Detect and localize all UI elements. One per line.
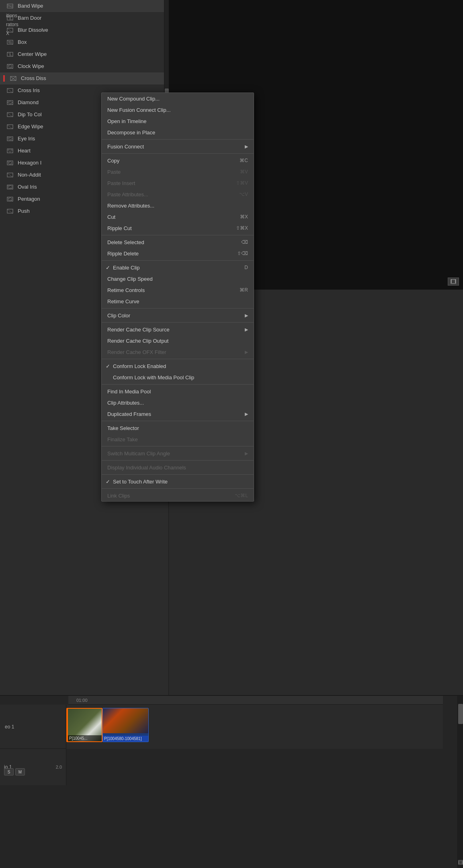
transition-icon xyxy=(6,184,14,190)
list-item[interactable]: Center Wipe xyxy=(0,48,168,60)
list-item[interactable]: Band Wipe xyxy=(0,0,168,12)
menu-item-clip-color[interactable]: Clip Color ▶ xyxy=(102,310,254,321)
menu-item-duplicated-frames[interactable]: Duplicated Frames ▶ xyxy=(102,408,254,420)
menu-item-switch-multicam[interactable]: Switch Multicam Clip Angle ▶ xyxy=(102,448,254,459)
list-item[interactable]: Box xyxy=(0,36,168,48)
menu-item-label: Delete Selected xyxy=(107,239,144,245)
menu-item-delete-selected[interactable]: Delete Selected ⌫ xyxy=(102,237,254,248)
menu-item-render-cache-output[interactable]: Render Cache Clip Output xyxy=(102,335,254,346)
transition-icon xyxy=(6,51,14,57)
submenu-arrow-icon: ▶ xyxy=(245,313,248,318)
transition-name: Cross Diss xyxy=(21,75,46,81)
transition-name: Cross Iris xyxy=(18,87,40,93)
menu-shortcut: ⌘V xyxy=(240,169,248,175)
svg-rect-32 xyxy=(7,149,13,153)
menu-item-remove-attributes[interactable]: Remove Attributes... xyxy=(102,200,254,211)
transition-icon xyxy=(10,76,17,81)
svg-line-37 xyxy=(7,173,13,177)
transition-icon xyxy=(6,148,14,154)
menu-item-label: Cut xyxy=(107,214,115,220)
vertical-scrollbar[interactable] xyxy=(457,696,463,868)
menu-item-label: Remove Attributes... xyxy=(107,203,154,209)
menu-item-finalize-take[interactable]: Finalize Take xyxy=(102,434,254,445)
menu-item-label: Decompose in Place xyxy=(107,130,155,136)
menu-shortcut: ⌫ xyxy=(241,239,248,245)
right-controls xyxy=(448,278,459,286)
menu-item-display-audio-channels[interactable]: Display Individual Audio Channels xyxy=(102,462,254,473)
menu-item-enable-clip[interactable]: Enable Clip D xyxy=(102,262,254,273)
menu-item-retime-curve[interactable]: Retime Curve xyxy=(102,296,254,307)
video-track-content: P[10045... P[1004580-1004581] xyxy=(66,705,443,749)
list-item[interactable]: Clock Wipe xyxy=(0,60,168,72)
menu-item-ripple-cut[interactable]: Ripple Cut ⇧⌘X xyxy=(102,222,254,234)
menu-separator xyxy=(102,235,254,235)
menu-item-ripple-delete[interactable]: Ripple Delete ⇧⌫ xyxy=(102,248,254,259)
svg-rect-50 xyxy=(455,280,456,280)
transition-name: Pentagon xyxy=(18,196,40,202)
clip1[interactable]: P[10045... xyxy=(66,708,102,742)
menu-item-cut[interactable]: Cut ⌘X xyxy=(102,211,254,222)
menu-item-label: Enable Clip xyxy=(113,265,140,271)
svg-rect-57 xyxy=(462,861,463,862)
menu-item-copy[interactable]: Copy ⌘C xyxy=(102,155,254,166)
menu-shortcut: ⌘C xyxy=(240,158,248,163)
menu-item-label: Render Cache Clip Source xyxy=(107,327,170,333)
list-item[interactable]: Cross Diss xyxy=(0,72,168,84)
menu-item-fusion-connect[interactable]: Fusion Connect ▶ xyxy=(102,141,254,152)
mute-button[interactable]: M xyxy=(15,768,25,775)
scrollbar-thumb-v[interactable] xyxy=(458,704,463,724)
menu-item-decompose[interactable]: Decompose in Place xyxy=(102,127,254,138)
menu-shortcut: ⌥⌘L xyxy=(235,493,248,498)
menu-item-new-compound-clip[interactable]: New Compound Clip... xyxy=(102,93,254,104)
svg-rect-58 xyxy=(462,862,463,863)
menu-item-label: Change Clip Speed xyxy=(107,276,153,282)
transition-name: Clock Wipe xyxy=(18,63,44,69)
menu-item-take-selector[interactable]: Take Selector xyxy=(102,422,254,434)
menu-item-render-cache-source[interactable]: Render Cache Clip Source ▶ xyxy=(102,324,254,335)
menu-item-conform-lock-enabled[interactable]: Conform Lock Enabled xyxy=(102,360,254,372)
menu-shortcut: ⇧⌫ xyxy=(237,251,248,256)
menu-item-label: Take Selector xyxy=(107,425,139,431)
solo-button[interactable]: S xyxy=(4,768,14,775)
menu-item-new-fusion-connect[interactable]: New Fusion Connect Clip... xyxy=(102,104,254,115)
svg-rect-55 xyxy=(459,862,459,863)
submenu-arrow-icon: ▶ xyxy=(245,350,248,355)
menu-item-link-clips[interactable]: Link Clips ⌥⌘L xyxy=(102,490,254,501)
transition-icon xyxy=(6,124,14,130)
menu-item-paste-insert[interactable]: Paste Insert ⇧⌘V xyxy=(102,177,254,189)
svg-rect-52 xyxy=(455,282,456,283)
svg-line-28 xyxy=(7,125,13,129)
menu-separator xyxy=(102,153,254,154)
list-item[interactable]: Barn Door xyxy=(0,12,168,24)
transition-name: Push xyxy=(18,208,30,214)
filmstrip-icon[interactable] xyxy=(458,860,463,865)
menu-item-label: Retime Curve xyxy=(107,298,139,304)
svg-line-7 xyxy=(7,28,13,33)
transition-icon xyxy=(6,64,14,69)
menu-item-label: Paste xyxy=(107,169,121,175)
list-item[interactable]: Blur Dissolve xyxy=(0,24,168,36)
timeline-area: 1:00:16:21 01:00 eo 1 P[10045... P[10045… xyxy=(0,695,463,868)
video-track-label-area: eo 1 xyxy=(0,705,66,749)
menu-item-retime-controls[interactable]: Retime Controls ⌘R xyxy=(102,284,254,296)
menu-item-label: Switch Multicam Clip Angle xyxy=(107,450,170,457)
menu-item-render-cache-ofx[interactable]: Render Cache OFX Filter ▶ xyxy=(102,346,254,358)
menu-separator xyxy=(102,139,254,140)
menu-item-set-to-touch[interactable]: Set to Touch After Write xyxy=(102,476,254,487)
menu-item-change-clip-speed[interactable]: Change Clip Speed xyxy=(102,273,254,284)
film-icon[interactable] xyxy=(448,278,459,286)
menu-item-clip-attributes[interactable]: Clip Attributes... xyxy=(102,397,254,408)
menu-item-paste[interactable]: Paste ⌘V xyxy=(102,166,254,177)
context-menu: New Compound Clip... New Fusion Connect … xyxy=(101,93,254,502)
clip1-label: P[10045... xyxy=(69,736,100,740)
menu-item-open-timeline[interactable]: Open in Timeline xyxy=(102,115,254,127)
clip2[interactable]: P[1004580-1004581] xyxy=(102,708,149,742)
menu-item-paste-attributes[interactable]: Paste Attributes... ⌥V xyxy=(102,189,254,200)
menu-separator xyxy=(102,446,254,446)
menu-item-find-media-pool[interactable]: Find In Media Pool xyxy=(102,386,254,397)
transition-icon xyxy=(6,196,14,202)
transition-name: Diamond xyxy=(18,99,39,105)
timeline-ruler: 01:00 xyxy=(68,696,443,705)
menu-item-conform-lock-media-pool[interactable]: Conform Lock with Media Pool Clip xyxy=(102,372,254,383)
menu-item-label: Conform Lock Enabled xyxy=(113,363,166,369)
